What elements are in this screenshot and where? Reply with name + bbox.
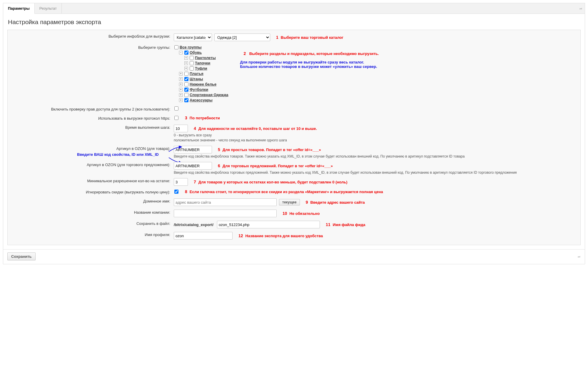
select-iblock-type[interactable]: Каталоги [catalog] <box>174 34 212 41</box>
tree-label-obuv[interactable]: Обувь <box>190 50 202 55</box>
label-iblock: Выберите инфоблок для выгрузки: <box>9 33 173 40</box>
label-min-stock: Минимальное разрешенное кол-во на остатк… <box>9 178 173 184</box>
tree-label[interactable]: Футболки <box>190 87 208 92</box>
hint-step-a: 0 - выгрузить все сразу <box>174 133 577 137</box>
hint-step-b: положительное значение - число секунд на… <box>174 138 577 142</box>
tree-label[interactable]: Тапочки <box>195 61 210 66</box>
label-ignore-disc: Игнорировать скидки (выгружать полную це… <box>9 189 173 195</box>
label-groups: Выберите группы: <box>9 44 173 51</box>
tree-check[interactable] <box>184 88 188 92</box>
tree-check-obuv[interactable] <box>184 51 188 55</box>
anno-text-10: Не обязательно <box>290 211 320 216</box>
anno-num-5: 5 <box>218 147 220 152</box>
hint-art-product: Введите код свойства инфоблока товаров. … <box>174 154 577 158</box>
arrow-hint: Введите ВАШ код свойства, ID или XML_ID <box>77 152 171 157</box>
label-domain: Доменное имя: <box>9 198 173 205</box>
tree-label[interactable]: Нижнее белье <box>190 82 216 87</box>
anno-text-3: По потребности <box>190 116 220 120</box>
pin-icon[interactable] <box>577 255 581 258</box>
anno-text-8: Если галочка стоит, то игнорируются все … <box>190 190 383 194</box>
tab-params[interactable]: Параметры <box>3 3 35 14</box>
anno-text-5: Для простых товаров. Попадет в тег «offe… <box>223 148 321 152</box>
tree-check[interactable] <box>190 66 194 71</box>
anno-text-11: Имя файла фида <box>333 223 365 227</box>
expander-icon[interactable]: + <box>179 93 183 97</box>
input-step[interactable] <box>174 125 188 132</box>
tree-label-root[interactable]: Все группы <box>180 45 202 50</box>
anno-text-12: Название экспорта для вашего удобства <box>245 234 323 238</box>
anno-num-2: 2 <box>243 51 246 56</box>
expander-icon[interactable]: + <box>179 98 183 102</box>
anno-num-12: 12 <box>238 233 243 238</box>
expander-icon[interactable]: + <box>184 56 188 60</box>
input-art-offer[interactable] <box>174 162 212 170</box>
anno-num-11: 11 <box>326 222 330 227</box>
anno-num-9: 9 <box>306 200 308 205</box>
input-domain[interactable] <box>174 198 277 206</box>
input-art-product[interactable] <box>174 146 212 153</box>
anno-num-10: 10 <box>283 211 287 216</box>
select-iblock[interactable]: Одежда [2] <box>214 34 270 41</box>
tree-label[interactable]: Штаны <box>190 76 203 82</box>
tree-check[interactable] <box>190 56 194 60</box>
anno-text-9: Введите адрес вашего сайта <box>310 200 365 205</box>
label-file: Сохранить в файл: <box>9 220 173 227</box>
input-profile[interactable] <box>174 232 233 240</box>
tree-check-root[interactable] <box>174 45 178 49</box>
tree-label[interactable]: Пантолеты <box>195 55 216 61</box>
anno-text-2: Выберите разделы и подразделы, которые н… <box>249 51 379 56</box>
tree-label[interactable]: Платья <box>190 71 203 76</box>
tree-check[interactable] <box>184 82 188 86</box>
checkbox-perm-check[interactable] <box>174 106 178 111</box>
anno-num-7: 7 <box>194 180 196 184</box>
expander-icon[interactable]: − <box>179 51 183 54</box>
label-step: Время выполнения шага: <box>9 124 173 131</box>
groups-tree[interactable]: Все группы − Обувь +Пантолеты +Тапочки <box>174 45 228 103</box>
tree-label[interactable]: Туфли <box>195 66 207 71</box>
anno-num-3: 3 <box>185 116 187 120</box>
tree-check[interactable] <box>190 61 194 65</box>
expander-icon[interactable]: + <box>179 77 183 81</box>
save-button[interactable]: Сохранить <box>7 252 36 260</box>
tree-label[interactable]: Аксессуары <box>190 98 213 103</box>
anno-num-1: 1 <box>276 35 278 40</box>
anno-text-7: Для товаров у которых на остатках кол-во… <box>198 180 348 184</box>
tree-check[interactable] <box>184 93 188 97</box>
checkbox-https[interactable] <box>174 116 178 120</box>
input-company[interactable] <box>174 210 277 217</box>
input-min-stock[interactable] <box>174 178 188 186</box>
label-art-offer: Артикул в OZON (для торгового предложени… <box>9 161 173 168</box>
anno-num-6: 6 <box>218 163 220 168</box>
label-profile: Имя профиля: <box>9 231 173 238</box>
label-art-product: Артикул в OZON (для товара): <box>9 145 173 152</box>
hint-art-offer: Введите код свойства инфоблока торговых … <box>174 170 577 175</box>
anno-text-2b: Для проверки работы модуля не выгружайте… <box>240 60 379 69</box>
current-button[interactable]: текущее <box>279 199 300 205</box>
tab-result[interactable]: Результат <box>35 3 62 14</box>
pin-icon[interactable] <box>579 7 582 10</box>
anno-num-4: 4 <box>194 126 196 131</box>
label-https: Использовать в выгрузке протокол https: <box>9 115 173 122</box>
tab-strip: Параметры Результат <box>3 3 585 14</box>
tree-check[interactable] <box>184 72 188 76</box>
tree-label[interactable]: Спортивная Одежда <box>190 92 228 98</box>
checkbox-ignore-disc[interactable] <box>174 190 178 194</box>
expander-icon[interactable]: + <box>179 88 183 91</box>
expander-icon[interactable]: + <box>184 61 188 65</box>
label-perm-check: Включить проверку прав доступа для групп… <box>9 106 173 113</box>
page-title: Настройка параметров экспорта <box>8 19 581 26</box>
anno-text-4: Для надежности не оставляйте 0, поставьт… <box>198 126 317 131</box>
tree-check[interactable] <box>184 77 188 81</box>
label-company: Название компании: <box>9 209 173 216</box>
expander-icon[interactable]: + <box>179 83 183 86</box>
tree-check[interactable] <box>184 98 188 102</box>
file-path-prefix: /bitrix/catalog_export/ <box>174 223 213 227</box>
expander-icon[interactable]: + <box>184 67 188 70</box>
input-file[interactable] <box>217 221 320 228</box>
anno-num-8: 8 <box>185 189 187 194</box>
expander-icon[interactable]: + <box>179 72 183 76</box>
anno-text-1: Выберите ваш торговый каталог <box>281 35 343 40</box>
anno-text-6: Для торговых предложений. Попадет в тег … <box>223 164 333 168</box>
